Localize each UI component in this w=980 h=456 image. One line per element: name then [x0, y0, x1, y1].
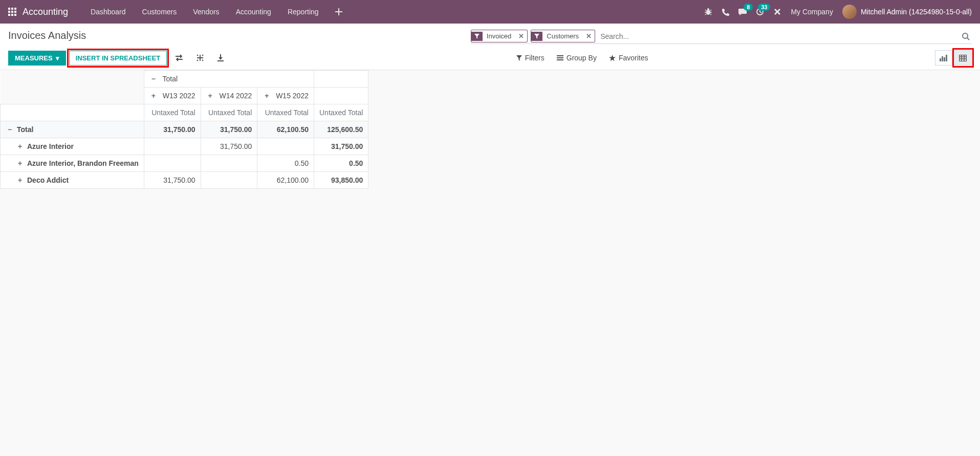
pivot-cell[interactable] [201, 172, 257, 189]
caret-down-icon: ▾ [56, 54, 59, 62]
nav-dashboard[interactable]: Dashboard [82, 0, 134, 24]
svg-point-14 [963, 33, 968, 38]
measures-button[interactable]: Measures ▾ [8, 51, 66, 66]
groupby-dropdown[interactable]: Group By [557, 54, 597, 62]
expand-icon[interactable]: + [16, 176, 24, 184]
measure-header[interactable]: Untaxed Total [257, 104, 314, 121]
company-switcher[interactable]: My Company [791, 8, 833, 16]
search-view: Invoiced ✕ Customers ✕ [471, 30, 972, 44]
facet-customers: Customers ✕ [531, 30, 595, 42]
pivot-cell[interactable]: 31,750.00 [201, 138, 257, 155]
pivot-cell-total[interactable]: 125,600.50 [314, 121, 368, 138]
favorites-dropdown[interactable]: Favorites [609, 54, 648, 62]
pivot-cell[interactable]: 0.50 [257, 155, 314, 172]
page-title: Invoices Analysis [8, 30, 86, 41]
phone-icon[interactable] [722, 8, 729, 16]
download-icon[interactable] [212, 51, 229, 64]
nav-menu: Dashboard Customers Vendors Accounting R… [82, 0, 351, 24]
pivot-cell-total[interactable]: 31,750.00 [314, 138, 368, 155]
svg-rect-20 [960, 55, 967, 61]
svg-rect-19 [946, 55, 947, 61]
facet-invoiced: Invoiced ✕ [471, 30, 528, 42]
pivot-cell[interactable] [144, 138, 201, 155]
pivot-cell[interactable] [144, 155, 201, 172]
svg-point-12 [707, 8, 709, 10]
nav-customers[interactable]: Customers [134, 0, 185, 24]
expand-icon[interactable]: + [149, 92, 158, 100]
pivot-table: − Total + W13 2022 + W14 2022 + W15 2022 [0, 70, 368, 189]
pivot-cell[interactable] [201, 155, 257, 172]
nav-reporting[interactable]: Reporting [279, 0, 327, 24]
pivot-cell[interactable]: 62,100.50 [257, 121, 314, 138]
search-icon[interactable] [960, 30, 972, 42]
svg-rect-1 [11, 8, 13, 10]
app-brand[interactable]: Accounting [23, 7, 68, 17]
col-total-header[interactable]: − Total [144, 71, 314, 88]
svg-rect-16 [940, 58, 941, 61]
svg-rect-4 [11, 11, 13, 13]
activities-icon[interactable]: 33 [756, 8, 764, 16]
expand-icon[interactable]: + [16, 159, 24, 167]
tools-icon[interactable] [773, 8, 781, 16]
nav-plus-icon[interactable] [327, 0, 351, 24]
col-header[interactable]: + W15 2022 [257, 88, 314, 104]
svg-rect-0 [8, 8, 10, 10]
facet-remove-icon[interactable]: ✕ [583, 30, 595, 42]
svg-rect-5 [14, 11, 16, 13]
systray: 8 33 My Company Mitchell Admin (14254980… [704, 5, 972, 19]
messaging-icon[interactable]: 8 [738, 8, 747, 16]
col-header[interactable]: + W13 2022 [144, 88, 201, 104]
pivot-cell[interactable]: 62,100.00 [257, 172, 314, 189]
graph-view-button[interactable] [935, 50, 952, 66]
svg-rect-17 [942, 56, 943, 61]
expand-icon[interactable]: + [16, 142, 24, 150]
insert-spreadsheet-button[interactable]: Insert in Spreadsheet [69, 51, 167, 66]
activities-badge: 33 [758, 4, 770, 11]
main-navbar: Accounting Dashboard Customers Vendors A… [0, 0, 980, 24]
col-header[interactable]: + W14 2022 [201, 88, 257, 104]
user-name: Mitchell Admin (14254980-15-0-all) [861, 8, 972, 16]
messaging-badge: 8 [744, 4, 753, 11]
pivot-cell[interactable]: 31,750.00 [201, 121, 257, 138]
list-icon [557, 55, 563, 61]
star-icon [609, 55, 616, 61]
user-menu[interactable]: Mitchell Admin (14254980-15-0-all) [842, 5, 972, 19]
svg-rect-15 [217, 60, 224, 61]
row-header[interactable]: +Deco Addict [1, 172, 144, 189]
expand-all-icon[interactable] [191, 51, 209, 64]
apps-icon[interactable] [8, 8, 16, 16]
measure-header[interactable]: Untaxed Total [201, 104, 257, 121]
pivot-cell-total[interactable]: 93,850.00 [314, 172, 368, 189]
measure-header[interactable]: Untaxed Total [144, 104, 201, 121]
expand-icon[interactable]: + [263, 92, 271, 100]
svg-rect-8 [14, 14, 16, 16]
pivot-cell[interactable]: 31,750.00 [144, 121, 201, 138]
svg-rect-10 [335, 11, 342, 12]
flip-axis-icon[interactable] [170, 51, 188, 64]
expand-icon[interactable]: + [206, 92, 214, 100]
nav-accounting[interactable]: Accounting [228, 0, 279, 24]
svg-rect-2 [14, 8, 16, 10]
filters-dropdown[interactable]: Filters [516, 54, 545, 62]
measure-header[interactable]: Untaxed Total [314, 104, 368, 121]
pivot-cell-total[interactable]: 0.50 [314, 155, 368, 172]
avatar [842, 5, 857, 19]
pivot-view: − Total + W13 2022 + W14 2022 + W15 2022 [0, 70, 980, 189]
pivot-cell[interactable] [257, 138, 314, 155]
search-input[interactable] [598, 30, 960, 42]
collapse-icon[interactable]: − [149, 75, 158, 83]
pivot-cell[interactable]: 31,750.00 [144, 172, 201, 189]
facet-remove-icon[interactable]: ✕ [515, 30, 527, 42]
facet-label: Invoiced [483, 30, 515, 42]
row-header[interactable]: +Azure Interior [1, 138, 144, 155]
row-header[interactable]: +Azure Interior, Brandon Freeman [1, 155, 144, 172]
nav-vendors[interactable]: Vendors [185, 0, 227, 24]
collapse-icon[interactable]: − [6, 125, 14, 134]
svg-rect-3 [8, 11, 10, 13]
svg-point-11 [706, 10, 710, 15]
row-header[interactable]: −Total [1, 121, 144, 138]
bug-icon[interactable] [704, 8, 712, 16]
control-panel: Invoices Analysis Invoiced ✕ Customers ✕ [0, 24, 980, 70]
pivot-view-button[interactable] [954, 50, 972, 66]
filter-icon [471, 32, 483, 41]
